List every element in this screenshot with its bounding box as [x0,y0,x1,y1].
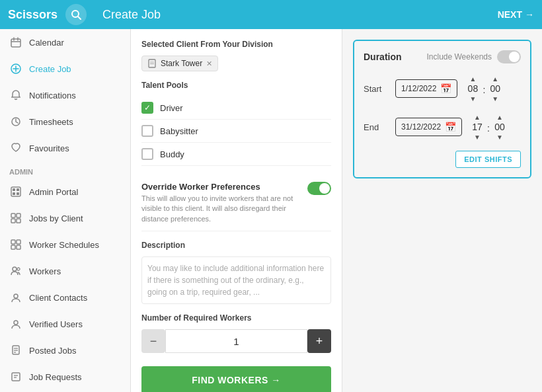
svg-rect-14 [17,192,19,195]
sidebar-label-create-job: Create Job [29,64,71,74]
end-min-down[interactable]: ▼ [494,132,506,141]
talent-pool-babysitter-label: Babysitter [160,126,198,136]
sidebar-item-calendar[interactable]: Calendar [0,29,130,56]
talent-pool-babysitter[interactable]: Babysitter [141,120,331,143]
end-date-input[interactable]: 31/12/2022 📅 [395,118,462,136]
talent-pool-driver[interactable]: ✓ Driver [141,97,331,120]
override-desc: This will allow you to invite workers th… [141,194,302,224]
edit-shifts-button[interactable]: EDIT SHIFTS [455,151,521,168]
search-button[interactable] [65,4,87,25]
sidebar-item-job-requests[interactable]: Job Requests [0,364,130,390]
sidebar-label-worker-schedules: Worker Schedules [29,240,99,250]
start-hour-col: ▲ 08 ▼ [465,74,480,103]
override-section: Override Worker Preferences This will al… [141,175,331,231]
admin-portal-icon [9,185,22,198]
app-logo: Scissors [8,8,58,22]
driver-checkbox[interactable]: ✓ [141,102,153,114]
svg-point-26 [14,321,18,325]
svg-rect-21 [11,245,15,249]
number-control: − 1 + [141,329,331,353]
next-button[interactable]: NEXT → [498,9,534,20]
sidebar-item-favourites[interactable]: Favourites [0,135,130,161]
timesheets-top-icon [9,115,22,128]
end-hour-value: 17 [470,122,484,132]
sidebar-item-create-job[interactable]: Create Job [0,56,130,82]
sidebar-item-worker-schedules[interactable]: Worker Schedules [0,231,130,258]
sidebar-label-timesheets-top: Timesheets [29,117,73,127]
end-min-col: ▲ 00 ▼ [492,112,507,141]
svg-point-25 [14,294,18,298]
posted-jobs-icon [9,344,22,357]
end-min-up[interactable]: ▲ [494,112,506,122]
start-label: Start [364,84,387,94]
sidebar-item-admin-portal[interactable]: Admin Portal [0,178,130,205]
svg-point-23 [13,267,17,271]
start-date-value: 1/12/2022 [401,84,436,93]
start-hour-down[interactable]: ▼ [467,94,479,103]
end-min-value: 00 [492,122,507,132]
sidebar-item-client-contacts[interactable]: Client Contacts [0,284,130,311]
description-label: Description [141,241,331,250]
sidebar-item-posted-jobs[interactable]: Posted Jobs [0,337,130,364]
talent-pool-buddy[interactable]: Buddy [141,143,331,166]
client-tag[interactable]: Stark Tower ✕ [141,56,218,71]
end-hour-up[interactable]: ▲ [471,112,483,122]
top-header: Scissors Create Job NEXT → [0,0,542,29]
sidebar-item-jobs-by-client[interactable]: Jobs by Client [0,205,130,231]
start-hour-up[interactable]: ▲ [467,74,479,83]
babysitter-checkbox[interactable] [141,125,153,137]
client-tag-name: Stark Tower [161,59,202,68]
workers-section: Number of Required Workers − 1 + [141,313,331,353]
sidebar-item-verified-users[interactable]: Verified Users [0,311,130,337]
svg-rect-17 [11,219,15,223]
override-toggle[interactable] [307,182,331,195]
include-weekends-toggle[interactable] [497,50,521,63]
end-hour-col: ▲ 17 ▼ [470,112,484,141]
end-hour-down[interactable]: ▼ [471,132,483,141]
notifications-icon [9,89,22,102]
decrement-workers-button[interactable]: − [141,329,165,353]
svg-rect-2 [11,39,20,47]
page-title: Create Job [102,8,498,22]
workers-icon [9,264,22,278]
sidebar: Calendar Create Job Notifications Timesh… [0,29,131,392]
sidebar-label-favourites: Favourites [29,143,69,153]
main-layout: Calendar Create Job Notifications Timesh… [0,29,542,392]
content-area: Selected Client From Your Division Stark… [131,29,542,392]
start-min-col: ▲ 00 ▼ [488,74,502,103]
svg-line-1 [78,17,81,19]
end-calendar-icon: 📅 [445,122,456,132]
svg-rect-18 [17,219,20,223]
favourites-icon [9,141,22,155]
svg-rect-12 [17,188,19,191]
sidebar-label-calendar: Calendar [29,38,64,48]
left-panel: Selected Client From Your Division Stark… [131,29,342,392]
edit-shifts-container: EDIT SHIFTS [364,151,521,168]
sidebar-item-notifications[interactable]: Notifications [0,82,130,108]
end-row: End 31/12/2022 📅 ▲ 17 ▼ : ▲ [364,112,521,141]
sidebar-label-notifications: Notifications [29,91,76,100]
find-workers-button[interactable]: FIND WORKERS → [141,366,331,392]
description-section: Description You may like to include addi… [141,241,331,304]
start-min-down[interactable]: ▼ [489,94,501,103]
workers-count: 1 [165,329,307,353]
svg-rect-31 [12,373,20,381]
start-min-up[interactable]: ▲ [489,74,501,83]
svg-rect-13 [13,192,15,195]
talent-pool-driver-label: Driver [160,103,183,113]
start-min-value: 00 [488,83,502,94]
sidebar-item-timesheets-top[interactable]: Timesheets [0,108,130,135]
worker-schedules-icon [9,238,22,251]
start-hour-value: 08 [465,83,480,94]
client-tag-remove[interactable]: ✕ [206,59,212,68]
search-icon [71,9,81,20]
sidebar-item-workers[interactable]: Workers [0,258,130,284]
start-time-stepper: ▲ 08 ▼ : ▲ 00 ▼ [465,74,502,103]
buddy-checkbox[interactable] [141,148,153,160]
svg-rect-20 [17,240,20,244]
start-date-input[interactable]: 1/12/2022 📅 [395,79,457,98]
start-calendar-icon: 📅 [440,83,451,94]
description-text[interactable]: You may like to include additional infor… [141,256,331,304]
svg-rect-19 [11,240,15,244]
increment-workers-button[interactable]: + [307,329,331,353]
